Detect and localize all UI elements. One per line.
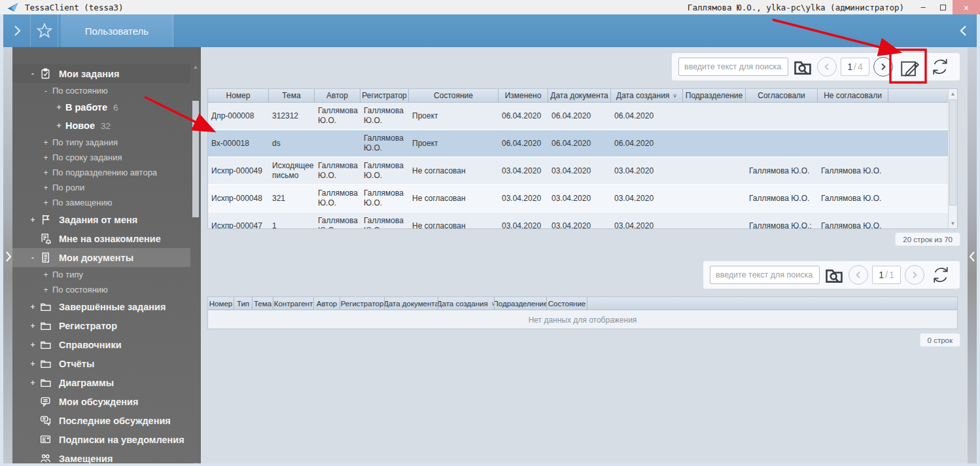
- scroll-up-icon[interactable]: ▲: [949, 91, 957, 97]
- expander-icon[interactable]: +: [54, 121, 63, 130]
- column-header[interactable]: Номер: [208, 89, 269, 102]
- column-header[interactable]: Подразделение: [495, 297, 547, 310]
- column-header[interactable]: Автор: [315, 89, 360, 102]
- sidebar-item[interactable]: -Мои задания: [12, 64, 190, 83]
- tab-user[interactable]: Пользователь: [61, 14, 173, 47]
- expander-icon[interactable]: +: [28, 340, 37, 350]
- sidebar-scrollbar[interactable]: ▲ ▼: [192, 73, 199, 458]
- column-header[interactable]: Дата создания∨: [611, 89, 683, 102]
- column-header[interactable]: Регистратор: [340, 297, 385, 310]
- column-header[interactable]: Номер: [208, 297, 234, 310]
- column-header[interactable]: Дата создания∨: [438, 297, 495, 310]
- column-header[interactable]: Состояние: [409, 89, 499, 102]
- minimize-button[interactable]: –: [913, 0, 933, 14]
- sidebar-item[interactable]: Мои обсуждения: [12, 392, 190, 411]
- sidebar-item[interactable]: +В работе6: [12, 98, 190, 116]
- sidebar-item[interactable]: Мне на ознакомление: [12, 229, 190, 248]
- expander-icon[interactable]: -: [41, 86, 50, 96]
- table-row[interactable]: Исхпр-000049Исходящее письмоГаллямова Ю.…: [208, 158, 948, 185]
- sidebar-item[interactable]: +Диаграммы: [12, 373, 190, 392]
- column-header[interactable]: Подразделение: [683, 89, 746, 102]
- table-row[interactable]: Исхпр-0000471Галлямова Ю.О.Галлямова Ю.О…: [208, 213, 948, 229]
- column-header[interactable]: Не согласовали: [818, 89, 888, 102]
- column-header[interactable]: Дата документа: [385, 297, 438, 310]
- scroll-up-icon[interactable]: ▲: [192, 64, 199, 70]
- maximize-button[interactable]: [933, 0, 953, 14]
- table-row[interactable]: Дпр-000008312312Галлямова Ю.О.Галлямова …: [208, 103, 948, 130]
- sidebar-item[interactable]: -Мои документы: [12, 248, 190, 267]
- expander-icon[interactable]: +: [41, 198, 50, 207]
- table-row[interactable]: Вх-000018dsГаллямова Ю.О.Проект06.04.202…: [208, 130, 948, 158]
- expander-icon[interactable]: +: [41, 270, 50, 279]
- scrollbar-thumb[interactable]: [192, 101, 199, 217]
- expander-icon[interactable]: +: [28, 359, 37, 368]
- sidebar-item[interactable]: +По подразделению автора: [12, 165, 190, 180]
- table-row[interactable]: Исхпр-000048321Галлямова Ю.О.Галлямова Ю…: [208, 185, 948, 213]
- refresh-button[interactable]: [928, 264, 953, 286]
- expander-icon[interactable]: +: [28, 302, 37, 312]
- sidebar-item[interactable]: +Завершённые задания: [12, 297, 190, 316]
- forward-button[interactable]: [3, 14, 31, 47]
- advanced-search-button[interactable]: [792, 57, 813, 77]
- search-input[interactable]: [710, 266, 820, 284]
- column-header[interactable]: Тема: [269, 89, 315, 102]
- empty-table-message: Нет данных для отображения: [208, 310, 957, 329]
- scroll-down-icon[interactable]: ▼: [192, 461, 199, 463]
- column-header[interactable]: Тип: [234, 297, 253, 310]
- column-header[interactable]: Изменено: [499, 89, 548, 102]
- next-page-button[interactable]: [905, 265, 924, 285]
- sidebar-item[interactable]: +По сроку задания: [12, 150, 190, 165]
- column-header[interactable]: Контрагент: [273, 297, 314, 310]
- column-header[interactable]: Согласовали: [746, 89, 818, 102]
- sidebar-item[interactable]: +Задания от меня: [12, 210, 190, 229]
- expander-icon[interactable]: -: [28, 69, 37, 79]
- expander-icon[interactable]: +: [41, 285, 50, 295]
- expander-icon[interactable]: +: [54, 103, 63, 112]
- sidebar-item[interactable]: +По замещению: [12, 195, 190, 210]
- previous-page-button[interactable]: [849, 265, 868, 285]
- expander-icon[interactable]: +: [28, 321, 37, 331]
- column-header[interactable]: Тема: [253, 297, 273, 310]
- sidebar-item[interactable]: +По роли: [12, 180, 190, 195]
- favorites-button[interactable]: [31, 14, 58, 47]
- sidebar-item[interactable]: Подписки на уведомления: [12, 430, 190, 449]
- edit-button[interactable]: [897, 56, 923, 78]
- search-input[interactable]: [678, 58, 788, 76]
- right-panel-expand-handle[interactable]: [968, 247, 977, 266]
- next-page-button[interactable]: [873, 57, 893, 77]
- sidebar-item[interactable]: +Регистратор: [12, 316, 190, 335]
- left-panel-expand-handle[interactable]: [3, 247, 12, 266]
- sidebar-item[interactable]: +Отчёты: [12, 354, 190, 373]
- expander-icon[interactable]: +: [28, 378, 37, 387]
- sidebar-item[interactable]: +Новое32: [12, 116, 190, 135]
- previous-page-button[interactable]: [817, 57, 837, 77]
- folder-icon: [40, 358, 52, 369]
- sidebar-item[interactable]: +По типу задания: [12, 135, 190, 150]
- table-cell: [683, 185, 746, 211]
- left-splitter[interactable]: [3, 47, 12, 463]
- collapse-right-button[interactable]: [951, 14, 977, 47]
- column-header[interactable]: Дата документа: [548, 89, 611, 102]
- table-scrollbar[interactable]: ▲ ▼: [948, 89, 957, 228]
- expander-icon[interactable]: +: [41, 138, 50, 147]
- sidebar-item[interactable]: Замещения: [12, 449, 190, 463]
- sidebar-item[interactable]: +По типу: [12, 267, 190, 282]
- sidebar-item[interactable]: +По состоянию: [12, 282, 190, 297]
- sidebar-item[interactable]: Последние обсуждения: [12, 411, 190, 430]
- expander-icon[interactable]: -: [28, 253, 37, 262]
- expander-icon[interactable]: +: [41, 168, 50, 177]
- expander-icon[interactable]: +: [28, 215, 37, 224]
- column-header[interactable]: Состояние: [547, 297, 587, 310]
- scroll-down-icon[interactable]: ▼: [949, 221, 957, 226]
- expander-icon[interactable]: +: [41, 183, 50, 192]
- advanced-search-button[interactable]: [824, 265, 845, 285]
- sidebar-item[interactable]: +Справочники: [12, 335, 190, 354]
- refresh-button[interactable]: [927, 56, 953, 78]
- column-header[interactable]: Автор: [314, 297, 340, 310]
- scrollbar-thumb[interactable]: [949, 99, 956, 206]
- sidebar-item[interactable]: -По состоянию: [12, 83, 190, 98]
- column-header[interactable]: Регистратор: [360, 89, 409, 102]
- expander-icon[interactable]: +: [41, 153, 50, 162]
- right-splitter[interactable]: [968, 47, 977, 463]
- close-button[interactable]: ✕: [953, 0, 980, 14]
